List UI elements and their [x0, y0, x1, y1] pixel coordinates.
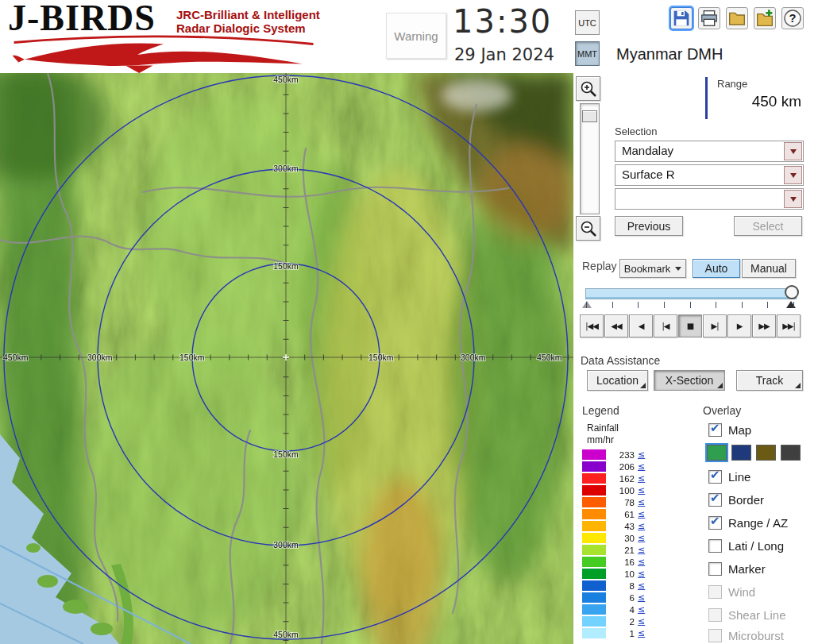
mmt-toggle-button[interactable]: MMT — [575, 41, 600, 66]
legend-le-link[interactable]: ≤ — [638, 592, 645, 603]
zoom-slider-thumb[interactable] — [582, 110, 597, 122]
product-dropdown-button[interactable] — [784, 166, 802, 184]
map-style-navy-button[interactable] — [731, 445, 751, 461]
legend-unit-line2: mm/hr — [587, 434, 614, 445]
legend-le-link[interactable]: ≤ — [638, 521, 645, 531]
overlay-label-microburst: Microburst — [728, 629, 784, 642]
legend-value: 8 — [606, 581, 635, 591]
line-checkbox[interactable] — [708, 470, 722, 484]
utc-toggle-button[interactable]: UTC — [575, 10, 600, 35]
legend-le-link[interactable]: ≤ — [638, 604, 645, 615]
help-icon: ? — [783, 9, 802, 28]
radar-map[interactable]: 450km 300km 150km 150km 300km 450km 450k… — [0, 73, 573, 644]
manual-mode-button[interactable]: Manual — [742, 259, 796, 278]
open-folder-button[interactable] — [726, 7, 748, 29]
print-icon — [700, 9, 719, 28]
ring-label-w-450: 450km — [3, 353, 29, 362]
option-dropdown-button[interactable] — [784, 190, 802, 208]
lati-long-checkbox[interactable] — [708, 539, 722, 553]
legend-row: 6≤ — [582, 592, 669, 604]
legend-le-link[interactable]: ≤ — [638, 497, 645, 507]
x-section-button[interactable]: X-Section — [654, 370, 725, 391]
zoom-out-button[interactable] — [576, 216, 600, 241]
legend-le-link[interactable]: ≤ — [638, 569, 645, 579]
legend-value: 16 — [606, 557, 635, 567]
station-dropdown-button[interactable] — [784, 142, 802, 160]
playback-skip-start-button[interactable]: |◀◀ — [580, 314, 604, 337]
legend-value: 2 — [606, 617, 635, 627]
legend-le-link[interactable]: ≤ — [638, 557, 645, 567]
legend-color-swatch — [582, 580, 606, 591]
bookmark-label: Bookmark — [624, 263, 671, 275]
legend-color-swatch — [582, 616, 606, 627]
track-button[interactable]: Track — [736, 370, 803, 391]
legend-row: 2≤ — [582, 615, 669, 627]
radar-map-area[interactable]: 450km 300km 150km 150km 300km 450km 450k… — [0, 73, 573, 644]
map-checkbox[interactable] — [708, 423, 722, 437]
station-dropdown-value: Mandalay — [622, 141, 673, 160]
playback-play-backward-button[interactable]: ◀ — [629, 314, 653, 337]
timeline-slider-track[interactable] — [585, 288, 797, 299]
playback-rewind-button[interactable]: ◀◀ — [604, 314, 628, 337]
legend-color-swatch — [582, 628, 606, 638]
station-title: Myanmar DMH — [616, 45, 723, 64]
ring-label-s-300: 300km — [273, 540, 299, 550]
print-button[interactable] — [698, 7, 720, 29]
border-checkbox[interactable] — [708, 493, 722, 507]
playback-step-back-button[interactable]: |◀ — [654, 314, 677, 337]
legend-row: 61≤ — [582, 508, 669, 520]
legend-color-swatch — [582, 545, 606, 555]
legend-le-link[interactable]: ≤ — [638, 509, 645, 519]
legend-row: 78≤ — [582, 496, 669, 508]
legend-le-link[interactable]: ≤ — [638, 485, 645, 496]
map-style-olive-button[interactable] — [756, 445, 776, 461]
legend-color-swatch — [582, 449, 606, 460]
legend-row: 233≤ — [582, 449, 669, 461]
timeline-slider-thumb[interactable] — [785, 285, 799, 299]
save-icon — [672, 9, 691, 28]
zoom-in-button[interactable] — [576, 76, 600, 101]
bookmark-button[interactable]: Bookmark — [619, 259, 686, 278]
legend-value: 43 — [606, 522, 635, 531]
legend-le-link[interactable]: ≤ — [638, 628, 645, 638]
playback-step-forward-button[interactable]: ▶| — [703, 314, 727, 337]
marker-checkbox[interactable] — [708, 562, 722, 576]
legend-section-label: Legend — [582, 404, 619, 417]
map-style-terrain-button[interactable] — [707, 445, 727, 461]
legend-le-link[interactable]: ≤ — [638, 473, 645, 484]
zoom-slider-track[interactable] — [580, 103, 600, 214]
playback-skip-end-button[interactable]: ▶▶| — [777, 314, 801, 337]
location-button[interactable]: Location — [587, 370, 648, 391]
product-dropdown[interactable]: Surface R — [615, 164, 804, 186]
station-dropdown[interactable]: Mandalay — [615, 141, 804, 162]
legend-le-link[interactable]: ≤ — [638, 533, 645, 543]
map-style-dark-button[interactable] — [781, 445, 801, 461]
legend-le-link[interactable]: ≤ — [638, 545, 645, 555]
ring-label-w-300: 300km — [87, 353, 113, 362]
legend-le-link[interactable]: ≤ — [638, 616, 645, 627]
playback-play-button[interactable]: ▶ — [727, 314, 751, 337]
overlay-row-microburst: Microburst — [708, 629, 784, 642]
expand-corner-icon — [717, 383, 723, 388]
legend-le-link[interactable]: ≤ — [638, 461, 645, 472]
legend-row: 100≤ — [582, 484, 669, 496]
select-button[interactable]: Select — [734, 216, 802, 236]
overlay-row-line: Line — [708, 470, 750, 484]
legend-row: 206≤ — [582, 461, 669, 472]
wind-checkbox — [708, 585, 722, 599]
previous-button[interactable]: Previous — [615, 216, 683, 236]
help-button[interactable]: ? — [781, 7, 804, 29]
legend-le-link[interactable]: ≤ — [638, 580, 645, 591]
warning-button[interactable]: Warning — [386, 13, 446, 59]
clock-date: 29 Jan 2024 — [454, 45, 554, 64]
legend-le-link[interactable]: ≤ — [638, 449, 645, 460]
playback-fast-forward-button[interactable]: ▶▶ — [752, 314, 776, 337]
auto-mode-button[interactable]: Auto — [693, 259, 740, 278]
overlay-label-marker: Marker — [728, 562, 766, 576]
playback-stop-button[interactable]: ■ — [678, 314, 702, 337]
save-button[interactable] — [670, 7, 693, 29]
ring-label-n-450: 450km — [273, 75, 299, 84]
range-az-checkbox[interactable] — [708, 516, 722, 530]
export-button[interactable] — [754, 7, 776, 29]
option-dropdown[interactable] — [615, 188, 804, 210]
